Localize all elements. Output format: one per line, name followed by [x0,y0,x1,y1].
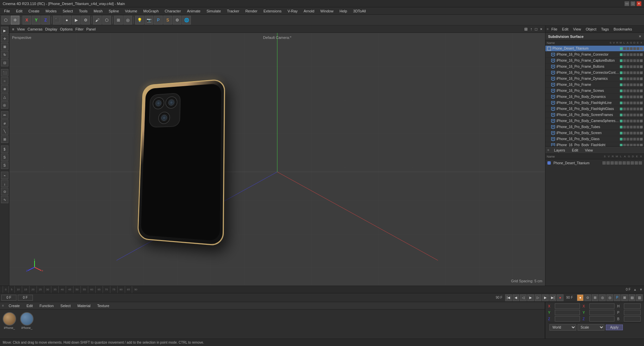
obj-dot-0-3[interactable] [630,47,633,50]
menu-item-tools[interactable]: Tools [76,8,90,14]
obj-dot-2-4[interactable] [633,59,636,62]
obj-dot-5-1[interactable] [623,77,626,80]
tool-paint[interactable]: ∿ [1,196,8,203]
go-end-btn[interactable]: ▶| [549,294,556,301]
mat-tab-edit[interactable]: Edit [24,303,35,308]
obj-row-9[interactable]: iPhone_16_Pro_Body_FlashlightLine [545,100,644,106]
playback-mode-2[interactable]: ⊙ [584,294,591,301]
obj-dot-8-1[interactable] [623,96,626,98]
layers-menu-icon[interactable]: ≡ [547,148,549,152]
obj-dot-2-1[interactable] [623,59,626,62]
obj-dot-0-2[interactable] [627,47,629,50]
obj-row-10[interactable]: iPhone_16_Pro_Body_FlashlightGlass [545,106,644,112]
obj-dot-0-5[interactable] [637,47,639,50]
obj-dot-16-0[interactable] [620,144,623,147]
obj-dot-4-3[interactable] [630,71,633,74]
obj-dot-15-4[interactable] [633,138,636,140]
obj-dot-15-2[interactable] [627,138,629,140]
timeline-scroll-down[interactable]: ▼ [639,288,643,291]
viewport-filter-tab[interactable]: Filter [75,27,84,31]
mat-tab-function[interactable]: Function [38,303,56,308]
obj-dot-8-5[interactable] [637,96,639,98]
viewport[interactable]: ≡ View Cameras Display Options Filter Pa… [9,25,545,286]
obj-dot-check-0[interactable] [640,47,643,50]
menu-item-window[interactable]: Window [318,8,336,14]
toolbar-play-btn[interactable]: ▶ [72,16,80,24]
obj-dot-10-2[interactable] [627,108,629,110]
obj-tab-bookmarks[interactable]: Bookmarks [611,26,634,32]
menu-item-mograph[interactable]: MoGraph [141,8,161,14]
obj-dot-1-2[interactable] [627,53,629,56]
obj-dot-10-1[interactable] [623,108,626,110]
obj-dot-16-3[interactable] [630,144,633,147]
mat-tab-create[interactable]: Create [7,303,22,308]
obj-dot-14-2[interactable] [627,132,629,134]
coord-z-pos[interactable]: 0 cm [555,316,580,322]
obj-dot-11-3[interactable] [630,114,633,116]
obj-dot-1-4[interactable] [633,53,636,56]
coord-x-pos[interactable]: 0 cm [555,303,580,309]
mat-tab-select[interactable]: Select [58,303,73,308]
minimize-button[interactable]: — [625,1,629,6]
obj-dot-check-8[interactable] [640,96,643,98]
tool-transform[interactable]: ⊡ [1,59,8,66]
tool-rotate[interactable]: ↻ [1,51,8,58]
obj-row-0[interactable]: Phone_Desert_Titanium [545,46,644,52]
obj-dot-13-0[interactable] [620,126,623,128]
obj-dot-4-2[interactable] [627,71,629,74]
subdiv-close-btn[interactable]: ✕ [639,35,641,38]
record-btn[interactable]: ● [557,294,564,301]
menu-item-tracker[interactable]: Tracker [224,8,242,14]
obj-dot-7-2[interactable] [627,90,629,92]
obj-dot-0-4[interactable] [633,47,636,50]
obj-row-16[interactable]: iPhone_16_Pro_Body_Flashlight [545,142,644,146]
obj-dot-10-4[interactable] [633,108,636,110]
obj-row-7[interactable]: iPhone_16_Pro_Frame_Screws [545,88,644,94]
obj-dot-8-0[interactable] [620,96,623,98]
tool-s3[interactable]: S [1,162,8,169]
toolbar-paint-btn[interactable]: 🖌 [93,16,102,24]
menu-item-edit[interactable]: Edit [13,8,25,14]
obj-dot-15-0[interactable] [620,138,623,140]
obj-dot-check-5[interactable] [640,77,643,80]
tool-s1[interactable]: $ [1,146,8,153]
playback-mode-1[interactable]: ● [577,294,584,301]
obj-dot-12-4[interactable] [633,120,636,122]
obj-dot-8-3[interactable] [630,96,633,98]
obj-dot-14-5[interactable] [637,132,639,134]
tool-pen[interactable]: ✏ [1,111,8,119]
tool-pointer[interactable]: ▶ [1,27,8,34]
layer-dot-4[interactable] [614,161,618,165]
obj-dot-9-5[interactable] [637,102,639,104]
obj-dot-16-5[interactable] [637,144,639,147]
obj-dot-7-3[interactable] [630,90,633,92]
menu-item-v-ray[interactable]: V-Ray [285,8,300,14]
toolbar-camera-btn[interactable]: 📷 [145,16,153,24]
menu-item-help[interactable]: Help [337,8,350,14]
obj-dot-1-0[interactable] [620,53,623,56]
toolbar-sphere-btn[interactable]: ● [62,16,71,24]
obj-dot-3-1[interactable] [623,65,626,68]
obj-dot-6-0[interactable] [620,83,623,86]
obj-dot-check-12[interactable] [640,120,643,122]
obj-dot-13-1[interactable] [623,126,626,128]
obj-row-5[interactable]: iPhone_16_Pro_Frame_Dynamics [545,76,644,82]
toolbar-select-btn[interactable]: ⬡ [102,16,111,24]
obj-dot-12-5[interactable] [637,120,639,122]
obj-row-14[interactable]: iPhone_16_Pro_Body_Screen [545,130,644,136]
playback-mode-9[interactable]: ▥ [636,294,643,301]
layer-dot-9[interactable] [635,161,638,165]
material-item-1[interactable]: iPhone_ [1,311,17,331]
obj-dot-14-4[interactable] [633,132,636,134]
obj-dot-13-4[interactable] [633,126,636,128]
coord-b-val[interactable]: 0 ° [624,316,641,322]
obj-dot-5-4[interactable] [633,77,636,80]
materials-menu-icon[interactable]: ≡ [2,304,4,307]
obj-dot-3-5[interactable] [637,65,639,68]
coord-h-val[interactable]: 0 ° [624,303,641,309]
obj-dot-1-5[interactable] [637,53,639,56]
prev-frame-btn[interactable]: ◀ [513,294,519,301]
toolbar-light-btn[interactable]: 💡 [135,16,144,24]
obj-dot-12-1[interactable] [623,120,626,122]
obj-dot-7-0[interactable] [620,90,623,92]
